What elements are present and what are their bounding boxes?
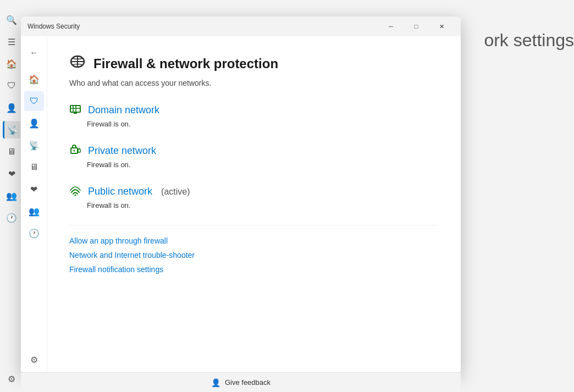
taskbar-search-icon[interactable]: 🔍 (3, 11, 20, 29)
taskbar-device-icon[interactable]: 🖥 (3, 143, 20, 161)
svg-point-10 (74, 150, 75, 152)
nav-sidebar: ← 🏠 🛡 👤 📡 🖥 ❤ 👥 🕐 ⚙ (21, 36, 47, 374)
close-button[interactable]: ✕ (429, 18, 454, 35)
titlebar-title: Windows Security (27, 23, 378, 30)
back-button[interactable]: ← (25, 44, 43, 62)
firewall-header-icon (69, 54, 86, 73)
taskbar-sidebar: 🔍 ☰ 🏠 🛡 👤 📡 🖥 ❤ 👥 🕐 ⚙ (0, 0, 23, 392)
domain-network-title[interactable]: Domain network (88, 104, 159, 116)
public-network-link[interactable]: Public network (active) (69, 184, 439, 199)
nav-back-area: ← (21, 41, 47, 65)
nav-history-icon[interactable]: 🕐 (24, 223, 44, 243)
taskbar-home-icon[interactable]: 🏠 (3, 55, 20, 73)
troubleshooter-link[interactable]: Network and Internet trouble-shooter (69, 251, 439, 260)
notifications-link[interactable]: Firewall notification settings (69, 265, 439, 274)
taskbar-family-icon[interactable]: 👥 (3, 187, 20, 205)
nav-family-icon[interactable]: 👥 (24, 201, 44, 221)
svg-rect-3 (70, 106, 80, 112)
nav-device-icon[interactable]: 🖥 (24, 157, 44, 177)
domain-network-item: Domain network Firewall is on. (69, 103, 439, 128)
domain-network-icon (69, 103, 81, 118)
nav-health-icon[interactable]: ❤ (24, 179, 44, 199)
domain-network-status: Firewall is on. (87, 120, 439, 128)
public-network-icon (69, 184, 81, 199)
taskbar-health-icon[interactable]: ❤ (3, 165, 20, 183)
content-divider (69, 225, 439, 225)
footer-links: Allow an app through firewall Network an… (69, 236, 439, 274)
nav-network-icon[interactable]: 📡 (24, 135, 44, 155)
background-settings-text: ork settings (484, 30, 574, 51)
maximize-button[interactable]: □ (404, 18, 429, 35)
svg-point-13 (75, 195, 76, 196)
nav-home-icon[interactable]: 🏠 (24, 69, 44, 89)
taskbar-person-icon[interactable]: 👤 (3, 99, 20, 117)
taskbar-menu-icon[interactable]: ☰ (3, 33, 20, 51)
public-network-title[interactable]: Public network (88, 186, 152, 197)
feedback-bar[interactable]: 👤 Give feedback (21, 372, 461, 392)
nav-shield-icon[interactable]: 🛡 (24, 91, 44, 111)
titlebar: Windows Security ─ □ ✕ (21, 16, 461, 36)
public-network-badge: (active) (161, 187, 190, 197)
feedback-label: Give feedback (225, 378, 271, 387)
window-body: ← 🏠 🛡 👤 📡 🖥 ❤ 👥 🕐 ⚙ (21, 36, 461, 374)
allow-app-link[interactable]: Allow an app through firewall (69, 236, 439, 245)
windows-security-window: Windows Security ─ □ ✕ ← 🏠 🛡 👤 📡 🖥 ❤ 👥 🕐… (21, 16, 461, 374)
svg-rect-11 (78, 149, 80, 152)
page-header: Firewall & network protection (69, 54, 439, 73)
main-content: Firewall & network protection Who and wh… (47, 36, 461, 374)
back-arrow-icon: ← (30, 48, 38, 57)
domain-network-link[interactable]: Domain network (69, 103, 439, 118)
page-subtitle: Who and what can access your networks. (69, 79, 439, 87)
public-network-item: Public network (active) Firewall is on. (69, 184, 439, 209)
nav-settings-icon[interactable]: ⚙ (24, 350, 44, 369)
private-network-icon (69, 143, 81, 158)
nav-person-icon[interactable]: 👤 (24, 113, 44, 133)
private-network-status: Firewall is on. (87, 161, 439, 169)
private-network-title[interactable]: Private network (88, 145, 156, 157)
taskbar-network-icon[interactable]: 📡 (3, 121, 20, 139)
taskbar-settings-icon[interactable]: ⚙ (3, 370, 20, 388)
public-network-status: Firewall is on. (87, 201, 439, 209)
feedback-icon: 👤 (211, 378, 220, 387)
minimize-button[interactable]: ─ (378, 18, 404, 35)
private-network-link[interactable]: Private network (69, 143, 439, 158)
taskbar-history-icon[interactable]: 🕐 (3, 209, 20, 227)
page-title: Firewall & network protection (93, 56, 278, 71)
taskbar-shield-icon[interactable]: 🛡 (3, 77, 20, 95)
private-network-item: Private network Firewall is on. (69, 143, 439, 169)
titlebar-controls: ─ □ ✕ (378, 18, 454, 35)
